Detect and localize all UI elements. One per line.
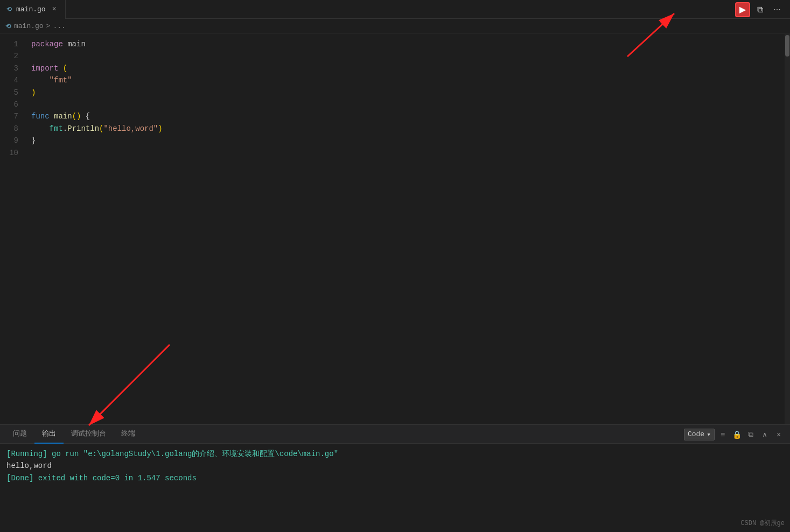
panel-copy-button[interactable]: ⧉ xyxy=(745,429,757,440)
code-editor[interactable]: 1 2 3 4 5 6 7 8 9 10 package main import… xyxy=(0,34,790,424)
breadcrumb: ⟲ main.go > ... xyxy=(0,19,790,34)
breadcrumb-filename[interactable]: main.go xyxy=(14,22,44,30)
code-line-5: ) xyxy=(31,87,790,99)
breadcrumb-context[interactable]: ... xyxy=(53,22,65,30)
tab-problems[interactable]: 问题 xyxy=(5,425,34,444)
output-source-dropdown[interactable]: Code ▾ xyxy=(684,429,715,440)
panel-collapse-button[interactable]: ∧ xyxy=(759,429,771,440)
more-actions-button[interactable]: ··· xyxy=(770,2,785,17)
terminal-line-4: [Done] exited with code=0 in 1.547 secon… xyxy=(6,472,784,484)
bottom-panel: 问题 输出 调试控制台 终端 Code ▾ ≡ 🔒 ⧉ ∧ × [Running… xyxy=(0,424,790,532)
tab-filename: main.go xyxy=(16,5,46,13)
code-line-3: import ( xyxy=(31,62,790,74)
code-line-8: fmt.Println("hello,word") xyxy=(31,123,790,135)
panel-toolbar: Code ▾ ≡ 🔒 ⧉ ∧ × xyxy=(684,425,785,444)
panel-list-button[interactable]: ≡ xyxy=(717,429,729,440)
code-line-6 xyxy=(31,99,790,110)
output-panel-content: [Running] go run "e:\golangStudy\1.golan… xyxy=(0,444,790,488)
breadcrumb-separator: > xyxy=(46,22,51,30)
code-line-2 xyxy=(31,50,790,62)
split-editor-button[interactable]: ⧉ xyxy=(752,2,767,17)
breadcrumb-file-icon: ⟲ xyxy=(5,22,11,31)
panel-tab-bar: 问题 输出 调试控制台 终端 Code ▾ ≡ 🔒 ⧉ ∧ × xyxy=(0,425,790,444)
tab-go-icon: ⟲ xyxy=(6,5,12,13)
code-line-7: func main() { xyxy=(31,110,790,122)
tab-close-button[interactable]: × xyxy=(50,5,59,13)
watermark: CSDN @初辰ge xyxy=(740,519,785,528)
code-line-9: } xyxy=(31,135,790,146)
terminal-line-2: hello,word xyxy=(6,460,784,472)
scrollbar-thumb xyxy=(785,35,789,57)
editor-scrollbar[interactable] xyxy=(785,34,790,424)
line-numbers: 1 2 3 4 5 6 7 8 9 10 xyxy=(0,34,27,424)
editor-tab[interactable]: ⟲ main.go × xyxy=(0,0,66,19)
terminal-line-1: [Running] go run "e:\golangStudy\1.golan… xyxy=(6,448,784,460)
code-line-4: "fmt" xyxy=(31,74,790,86)
editor-toolbar: ▶ ⧉ ··· xyxy=(735,0,785,19)
code-line-10 xyxy=(31,147,790,159)
code-line-1: package main xyxy=(31,38,790,50)
run-button[interactable]: ▶ xyxy=(735,2,750,17)
code-content[interactable]: package main import ( "fmt" ) func main(… xyxy=(27,34,790,424)
title-bar: ⟲ main.go × ▶ ⧉ ··· xyxy=(0,0,790,19)
tab-debug-console[interactable]: 调试控制台 xyxy=(64,425,114,444)
panel-close-button[interactable]: × xyxy=(773,429,785,440)
panel-lock-button[interactable]: 🔒 xyxy=(731,429,743,440)
tab-output[interactable]: 输出 xyxy=(34,425,64,444)
tab-terminal[interactable]: 终端 xyxy=(114,425,143,444)
